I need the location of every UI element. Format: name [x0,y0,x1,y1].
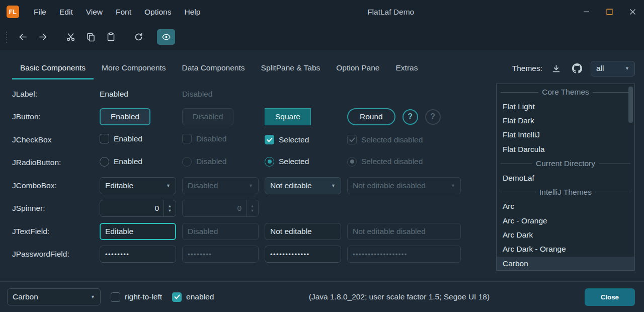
chevron-down-icon: ▼ [621,66,629,71]
statusbar: Carbon ▼ right-to-left enabled (Java 1.8… [0,281,644,312]
theme-flat-intellij[interactable]: Flat IntelliJ [497,128,634,142]
chevron-down-icon[interactable]: ▼ [162,183,171,188]
tab-strip: Basic Components More Components Data Co… [12,57,426,80]
github-button[interactable] [570,61,585,76]
combobox-editable[interactable]: Editable ▼ [100,177,176,194]
spinner-enabled[interactable]: 0 ▲ ▼ [100,200,176,217]
menu-item-edit[interactable]: Edit [53,5,79,20]
radio-selected-disabled: Selected disabled [347,157,423,167]
back-arrow-icon [18,32,28,42]
radio-disabled: Disabled [182,157,226,167]
show-hints-toggle[interactable] [157,29,175,45]
app-logo: FL [7,6,19,18]
radio-enabled[interactable]: Enabled [100,157,142,167]
github-icon [572,63,582,73]
close-button[interactable]: Close [585,288,635,306]
jspinner-row: JSpinner: 0 ▲ ▼ 0 ▲ ▼ [12,197,486,220]
theme-flat-light[interactable]: Flat Light [497,99,634,113]
menu-item-help[interactable]: Help [178,5,207,20]
chevron-down-icon: ▼ [87,294,95,299]
jcheckbox-row-label: JCheckBox [12,135,100,144]
tab-data-components[interactable]: Data Components [174,57,253,80]
back-button[interactable] [14,29,32,45]
textfield-not-editable-input[interactable] [265,223,341,240]
right-to-left-checkbox[interactable]: right-to-left [111,292,162,302]
passwordfield-not-editable-disabled-input [347,246,461,263]
copy-button[interactable] [82,29,100,45]
theme-arc-orange[interactable]: Arc - Orange [497,214,634,228]
toolbar-grip-handle[interactable] [6,32,7,43]
menubar: File Edit View Font Options Help [27,5,207,20]
theme-arc-dark-orange[interactable]: Arc Dark - Orange [497,242,634,256]
theme-flat-dark[interactable]: Flat Dark [497,114,634,128]
textfield-editable-input[interactable] [100,223,176,240]
spinner-up-icon[interactable]: ▲ [168,204,172,208]
minimize-button[interactable] [575,0,598,24]
spinner-value[interactable]: 0 [100,200,164,216]
tab-splitpane-tabs[interactable]: SplitPane & Tabs [253,57,329,80]
jpasswordfield-row: JPasswordField: [12,243,486,266]
maximize-button[interactable] [598,0,621,24]
chevron-down-icon[interactable]: ▼ [327,183,336,188]
scrollbar-thumb[interactable] [628,87,633,123]
checkbox-selected[interactable]: Selected [265,135,309,144]
help-button[interactable]: ? [403,109,418,125]
jbutton-square-button[interactable]: Square [265,108,311,125]
tab-extras[interactable]: Extras [388,57,426,80]
combobox-disabled: Disabled ▼ [182,177,259,194]
jradiobutton-row: JRadioButton: Enabled Disabled [12,151,486,175]
checkbox-checked-icon [347,135,357,144]
jcombobox-row-label: JComboBox: [12,181,100,190]
combobox-not-editable[interactable]: Not editable ▼ [265,177,341,194]
theme-arc-dark[interactable]: Arc Dark [497,228,634,242]
jbutton-round-button[interactable]: Round [347,108,395,125]
tab-basic-components[interactable]: Basic Components [12,57,94,80]
theme-demolaf[interactable]: DemoLaf [497,171,634,185]
refresh-button[interactable] [129,29,147,45]
status-info: (Java 1.8.0_202; user scale factor 1.5; … [224,292,574,301]
chevron-down-icon: ▼ [447,183,455,188]
theme-flat-darcula[interactable]: Flat Darcula [497,142,634,157]
basic-components-panel: JLabel: Enabled Disabled JButton: Enable… [12,83,486,281]
passwordfield-not-editable-input[interactable] [265,246,341,263]
theme-carbon[interactable]: Carbon [497,257,634,271]
spinner-value: 0 [183,200,246,216]
download-icon [551,64,561,73]
themes-header: Themes: all ▼ [512,57,635,80]
radio-selected[interactable]: Selected [265,157,309,167]
theme-filter-combobox[interactable]: all ▼ [591,61,635,76]
menu-item-options[interactable]: Options [138,5,178,20]
checkbox-icon [111,292,120,302]
window-controls [575,0,644,24]
combobox-not-editable-disabled: Not editable disabled ▼ [347,177,461,194]
menu-item-file[interactable]: File [27,5,53,20]
jlabel-row: JLabel: Enabled Disabled [12,83,486,106]
tab-option-pane[interactable]: Option Pane [328,57,387,80]
forward-button[interactable] [34,29,52,45]
menu-item-font[interactable]: Font [109,5,138,20]
forward-arrow-icon [38,32,48,42]
passwordfield-editable-input[interactable] [100,246,176,263]
textfield-not-editable-disabled-input [347,223,461,240]
paste-button[interactable] [102,29,120,45]
spinner-buttons[interactable]: ▲ ▼ [164,200,176,216]
cut-button[interactable] [61,29,79,45]
menu-item-view[interactable]: View [79,5,109,20]
chevron-down-icon: ▼ [245,183,253,188]
radio-icon [182,157,192,167]
theme-arc[interactable]: Arc [497,199,634,213]
spinner-down-icon[interactable]: ▼ [168,209,172,213]
close-icon [629,9,636,15]
tab-more-components[interactable]: More Components [94,57,174,80]
lookandfeel-combobox[interactable]: Carbon ▼ [7,288,101,305]
checkbox-enabled[interactable]: Enabled [100,134,142,143]
lookandfeel-value: Carbon [13,292,38,301]
jbutton-enabled-button[interactable]: Enabled [100,108,150,125]
download-themes-button[interactable] [548,61,564,76]
refresh-icon [134,32,143,42]
titlebar: FL File Edit View Font Options Help Flat… [0,0,644,24]
close-window-button[interactable] [621,0,644,24]
themes-list: Core Themes Flat Light Flat Dark [497,84,634,271]
enabled-checkbox[interactable]: enabled [172,292,214,302]
spinner-up-icon: ▲ [251,204,254,208]
